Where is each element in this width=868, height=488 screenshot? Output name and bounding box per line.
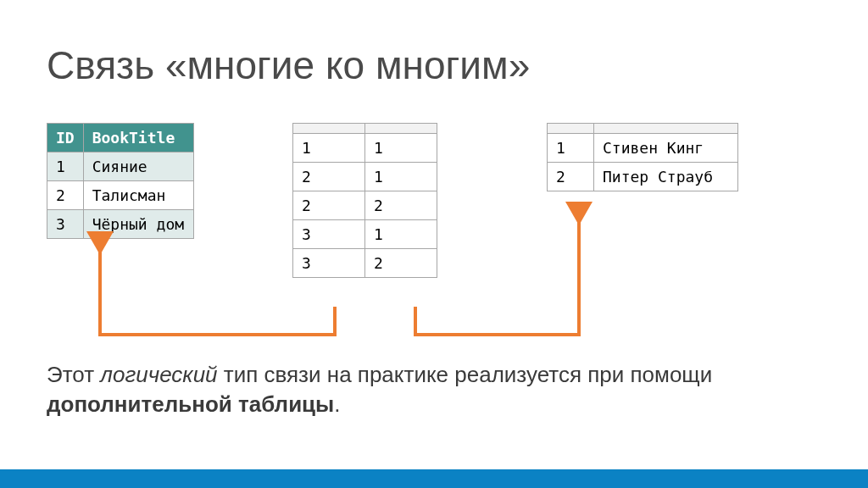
cell: 1 bbox=[365, 220, 437, 249]
table-row: 3 Чёрный дом bbox=[47, 210, 194, 239]
table-authors: 1 Стивен Кинг 2 Питер Страуб bbox=[547, 123, 738, 191]
table-header-row bbox=[548, 124, 738, 134]
table-row: 1 1 bbox=[293, 134, 437, 163]
cell: 2 bbox=[293, 191, 365, 220]
cell: 2 bbox=[365, 249, 437, 278]
header-empty bbox=[594, 124, 738, 134]
header-empty bbox=[293, 124, 365, 134]
header-booktitle: BookTitle bbox=[83, 124, 193, 152]
header-empty bbox=[548, 124, 594, 134]
cell: 1 bbox=[365, 163, 437, 191]
cell: 1 bbox=[293, 134, 365, 163]
table-row: 3 2 bbox=[293, 249, 437, 278]
slide: Связь «многие ко многим» ID BookTitle 1 … bbox=[0, 0, 868, 488]
cell-title: Сияние bbox=[83, 152, 193, 181]
header-empty bbox=[365, 124, 437, 134]
cell-id: 2 bbox=[548, 163, 594, 191]
table-row: 2 Питер Страуб bbox=[548, 163, 738, 191]
header-id: ID bbox=[47, 124, 84, 152]
table-row: 1 Стивен Кинг bbox=[548, 134, 738, 163]
table-row: 2 Талисман bbox=[47, 181, 194, 210]
caption-part: . bbox=[334, 391, 340, 417]
cell-name: Стивен Кинг bbox=[594, 134, 738, 163]
cell-title: Чёрный дом bbox=[83, 210, 193, 239]
caption-emphasis: логический bbox=[100, 362, 217, 387]
caption-strong: дополнительной таблицы bbox=[47, 391, 334, 417]
cell: 3 bbox=[293, 220, 365, 249]
caption-text: Этот логический тип связи на практике ре… bbox=[47, 360, 821, 419]
table-row: 2 2 bbox=[293, 191, 437, 220]
table-header-row: ID BookTitle bbox=[47, 124, 194, 152]
cell: 3 bbox=[293, 249, 365, 278]
cell-id: 3 bbox=[47, 210, 84, 239]
cell-id: 2 bbox=[47, 181, 84, 210]
cell-id: 1 bbox=[47, 152, 84, 181]
caption-part: тип связи на практике реализуется при по… bbox=[218, 362, 713, 387]
slide-title: Связь «многие ко многим» bbox=[47, 42, 530, 88]
cell-name: Питер Страуб bbox=[594, 163, 738, 191]
caption-part: Этот bbox=[47, 362, 100, 387]
cell: 1 bbox=[365, 134, 437, 163]
tables-area: ID BookTitle 1 Сияние 2 Талисман 3 Чёрны… bbox=[47, 123, 826, 309]
footer-bar bbox=[0, 469, 868, 488]
table-row: 3 1 bbox=[293, 220, 437, 249]
cell: 2 bbox=[365, 191, 437, 220]
cell: 2 bbox=[293, 163, 365, 191]
table-row: 1 Сияние bbox=[47, 152, 194, 181]
table-header-row bbox=[293, 124, 437, 134]
table-books: ID BookTitle 1 Сияние 2 Талисман 3 Чёрны… bbox=[47, 123, 194, 239]
table-junction: 1 1 2 1 2 2 3 1 3 2 bbox=[292, 123, 437, 278]
table-row: 2 1 bbox=[293, 163, 437, 191]
cell-id: 1 bbox=[548, 134, 594, 163]
cell-title: Талисман bbox=[83, 181, 193, 210]
